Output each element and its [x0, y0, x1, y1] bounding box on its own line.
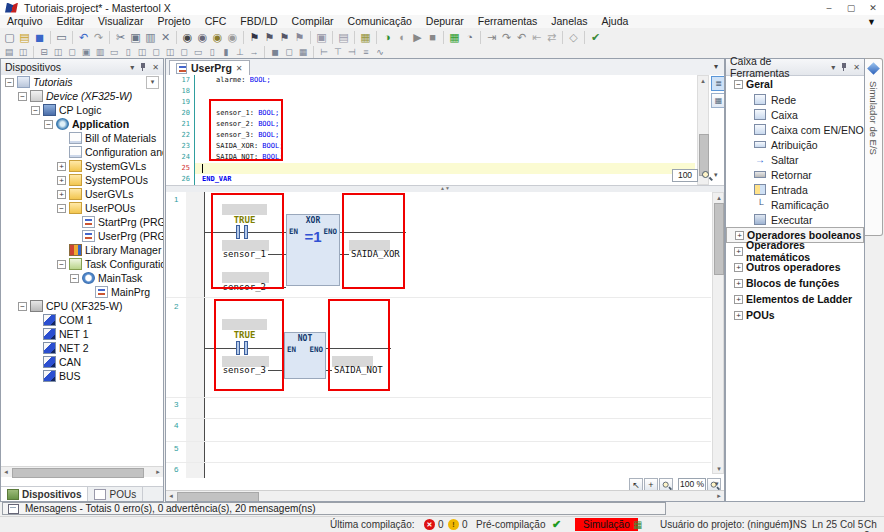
- tool-rede[interactable]: Rede: [726, 92, 864, 107]
- pin-icon[interactable]: [139, 62, 147, 72]
- toggle-breakpoint-icon[interactable]: [544, 30, 559, 44]
- tab-simulador-es[interactable]: Simulador de E/S: [865, 58, 883, 236]
- find-replace-icon[interactable]: [195, 30, 210, 44]
- tree-item-systempous[interactable]: SystemPOUs: [1, 173, 163, 187]
- tree-item-cpu[interactable]: CPU (XF325-W): [1, 299, 163, 313]
- maximize-button[interactable]: ▢: [840, 0, 862, 15]
- zoom-magnifier-icon[interactable]: [700, 169, 713, 182]
- bookmark-icon[interactable]: [247, 30, 262, 44]
- insert-empty-box-icon[interactable]: [65, 47, 79, 58]
- copy-icon[interactable]: [128, 30, 143, 44]
- start-icon[interactable]: [410, 30, 425, 44]
- collapse-icon[interactable]: [734, 80, 743, 89]
- tab-list-icon[interactable]: [714, 62, 718, 71]
- insert-negated-contact-icon[interactable]: [149, 47, 163, 58]
- negate-icon[interactable]: [268, 47, 282, 58]
- network-number[interactable]: 1: [174, 195, 188, 204]
- scrollbar-thumb[interactable]: [714, 203, 724, 275]
- bookmark-next-icon[interactable]: [262, 30, 277, 44]
- xor-block[interactable]: XOR EN ENO =1: [286, 214, 340, 286]
- tabular-view-button[interactable]: [711, 93, 724, 108]
- expand-icon[interactable]: [734, 311, 743, 320]
- tree-item-mainprg[interactable]: MainPrg: [1, 285, 163, 299]
- insert-contact-icon[interactable]: [135, 47, 149, 58]
- menu-arquivo[interactable]: Arquivo: [0, 15, 50, 28]
- tree-item-maintask[interactable]: MainTask: [1, 271, 163, 285]
- expand-icon[interactable]: [735, 231, 744, 240]
- view-ld-icon[interactable]: [345, 47, 359, 58]
- category-blocos-de-funcoes[interactable]: Blocos de funções: [726, 275, 864, 291]
- cut-icon[interactable]: [113, 30, 128, 44]
- ladder-hscrollbar[interactable]: [166, 490, 724, 501]
- collapse-icon[interactable]: [18, 302, 27, 311]
- expand-icon[interactable]: [734, 295, 743, 304]
- network-number[interactable]: 4: [174, 421, 188, 430]
- menu-visualizar[interactable]: Visualizar: [91, 15, 150, 28]
- network-number[interactable]: 3: [174, 400, 188, 409]
- insert-box-eneno-icon[interactable]: [79, 47, 93, 58]
- view-il-icon[interactable]: [359, 47, 373, 58]
- tree-item-cp-logic[interactable]: CP Logic: [1, 103, 163, 117]
- tree-item-task-configuration[interactable]: Task Configuration: [1, 257, 163, 271]
- menu-depurar[interactable]: Depurar: [419, 15, 471, 28]
- expand-icon[interactable]: [734, 279, 743, 288]
- menu-comunicacao[interactable]: Comunicação: [341, 15, 419, 28]
- login-icon[interactable]: [380, 30, 395, 44]
- tool-caixa-eneno[interactable]: Caixa com EN/ENO: [726, 122, 864, 137]
- view-fbd-icon[interactable]: [331, 47, 345, 58]
- update-parameters-icon[interactable]: [317, 47, 331, 58]
- redo-icon[interactable]: [91, 30, 106, 44]
- insert-branch-icon[interactable]: [233, 47, 247, 58]
- copy-objects-icon[interactable]: [314, 30, 329, 44]
- expand-icon[interactable]: [734, 263, 743, 272]
- step-into-icon[interactable]: [499, 30, 514, 44]
- tool-caixa[interactable]: Caixa: [726, 107, 864, 122]
- tree-item-library-manager[interactable]: Library Manager: [1, 243, 163, 257]
- tree-item-userpous[interactable]: UserPOUs: [1, 201, 163, 215]
- step-out-icon[interactable]: [514, 30, 529, 44]
- tree-item-device[interactable]: Device (XF325-W): [1, 89, 163, 103]
- scroll-left-icon[interactable]: [166, 491, 176, 501]
- tool-retornar[interactable]: Retornar: [726, 167, 864, 182]
- messages-tab[interactable]: Mensagens - Totais 0 erro(s), 0 advertên…: [2, 502, 666, 515]
- ladder-editor[interactable]: 1 2 3 4 5 6 TRUE XOR EN ENO =1: [166, 192, 724, 501]
- insert-return-icon[interactable]: [121, 47, 135, 58]
- panel-menu-icon[interactable]: [130, 63, 134, 72]
- refresh-icon[interactable]: [588, 30, 603, 44]
- open-file-icon[interactable]: [17, 30, 32, 44]
- tab-userprg[interactable]: UserPrg: [169, 60, 250, 75]
- close-button[interactable]: ✕: [862, 0, 884, 15]
- scroll-left-icon[interactable]: [1, 467, 11, 477]
- insert-comment-icon[interactable]: [16, 47, 30, 58]
- tool-executar[interactable]: Executar: [726, 212, 864, 227]
- tree-item-project[interactable]: Tutoriais: [1, 75, 163, 89]
- menu-compilar[interactable]: Compilar: [285, 15, 341, 28]
- collapse-icon[interactable]: [70, 274, 79, 283]
- scroll-right-icon[interactable]: [714, 491, 724, 501]
- scroll-right-icon[interactable]: [153, 467, 163, 477]
- tool-atribuicao[interactable]: Atribuição: [726, 137, 864, 152]
- menu-fbdld[interactable]: FBD/LD: [233, 15, 284, 28]
- tree-item-userprg[interactable]: UserPrg (PRG): [1, 229, 163, 243]
- menu-projeto[interactable]: Projeto: [150, 15, 197, 28]
- menu-editar[interactable]: Editar: [50, 15, 91, 28]
- scrollbar-thumb[interactable]: [177, 492, 259, 501]
- tree-item-configuration[interactable]: Configuration and Consumpt: [1, 145, 163, 159]
- insert-reset-coil-icon[interactable]: [219, 47, 233, 58]
- category-elementos-de-ladder[interactable]: Elementos de Ladder: [726, 291, 864, 307]
- collapse-icon[interactable]: [44, 120, 53, 129]
- tool-entrada[interactable]: Entrada: [726, 182, 864, 197]
- tree-item-net1[interactable]: NET 1: [1, 327, 163, 341]
- filter-funnel-icon[interactable]: [867, 17, 876, 27]
- tree-item-startprg[interactable]: StartPrg (PRG): [1, 215, 163, 229]
- collapse-icon[interactable]: [31, 106, 40, 115]
- search-next-icon[interactable]: [225, 30, 240, 44]
- category-operadores-matematicos[interactable]: Operadores matemáticos: [726, 243, 864, 259]
- network-number[interactable]: 6: [174, 465, 188, 474]
- insert-coil-icon[interactable]: [191, 47, 205, 58]
- panel-close-icon[interactable]: [152, 63, 159, 72]
- set-reset-icon[interactable]: [296, 47, 310, 58]
- undo-icon[interactable]: [76, 30, 91, 44]
- tool-ramificacao[interactable]: Ramificação: [726, 197, 864, 212]
- delete-icon[interactable]: [158, 30, 173, 44]
